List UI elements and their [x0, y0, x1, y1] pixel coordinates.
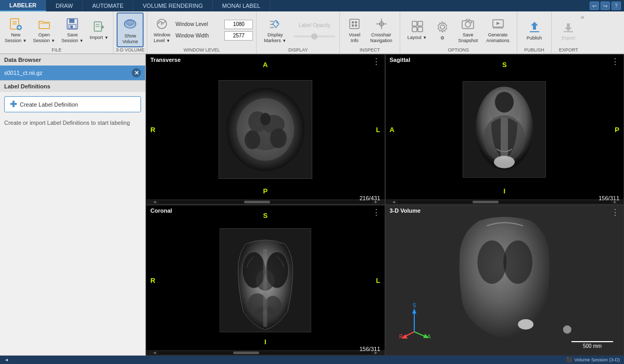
svg-text:R: R — [399, 334, 403, 340]
expand-button[interactable]: » — [581, 14, 584, 21]
label-opacity-slider-track[interactable] — [294, 35, 335, 37]
sagittal-counter: 156/311 — [598, 195, 619, 201]
open-session-button[interactable]: OpenSession ▼ — [30, 15, 57, 45]
generate-animations-label: GenerateAnimations — [486, 32, 510, 44]
sagittal-viewport[interactable]: Sagittal ⋮ S I A P — [385, 54, 625, 205]
window-level-row: Window Level — [175, 20, 253, 29]
help-button[interactable]: ? — [612, 2, 621, 10]
open-session-label: OpenSession ▼ — [33, 32, 55, 44]
plus-icon: ✚ — [10, 99, 17, 109]
coronal-menu[interactable]: ⋮ — [372, 207, 380, 217]
expand-left-icon[interactable]: ◄ — [4, 357, 9, 362]
save-session-button[interactable]: SaveSession ▼ — [59, 15, 86, 45]
new-session-icon — [8, 17, 23, 31]
sagittal-dir-right: P — [615, 126, 619, 134]
svg-point-59 — [494, 156, 515, 168]
svg-rect-26 — [352, 24, 354, 27]
scale-bar: 500 mm — [571, 341, 613, 349]
settings-label: ⚙ — [440, 35, 444, 41]
svg-marker-40 — [496, 22, 500, 25]
status-text: Volume Session (3-D) — [574, 357, 620, 362]
import-label: Import ▼ — [90, 35, 108, 41]
svg-rect-32 — [418, 21, 423, 26]
window-level-button[interactable]: WindowLevel ▼ — [150, 15, 173, 46]
svg-rect-25 — [355, 21, 357, 23]
window-level-section-label: WINDOW LEVEL — [147, 47, 256, 53]
nav-tab-labeler[interactable]: LABELER — [0, 0, 46, 11]
svg-point-18 — [161, 23, 163, 25]
transverse-viewport[interactable]: Transverse ⋮ A P R L — [146, 54, 385, 205]
save-snapshot-button[interactable]: SaveSnapshot — [455, 15, 481, 46]
axis-overlay: S R A — [396, 303, 432, 340]
transverse-dir-bottom: P — [263, 187, 268, 195]
coronal-viewport[interactable]: Coronal ⋮ S I R L — [146, 205, 385, 356]
voxel-info-icon — [347, 17, 362, 31]
gear-icon — [435, 20, 450, 34]
window-level-label: Window Level — [175, 21, 222, 27]
generate-animations-button[interactable]: GenerateAnimations — [483, 15, 513, 46]
export-button[interactable]: Export — [556, 18, 581, 43]
window-level-input[interactable] — [224, 20, 253, 29]
show-volume-icon — [122, 16, 138, 32]
options-section-label: OPTIONS — [400, 47, 517, 53]
sagittal-dir-bottom: I — [503, 187, 505, 195]
window-width-row: Window Width — [175, 31, 253, 41]
svg-rect-27 — [355, 24, 357, 27]
publish-button[interactable]: Publish — [521, 18, 547, 43]
svg-point-37 — [465, 22, 470, 27]
nav-tab-monai-label[interactable]: MONAI LABEL — [213, 0, 270, 11]
empty-label-text: Create or import Label Definitions to st… — [0, 116, 145, 130]
sagittal-dir-top: S — [502, 61, 507, 69]
scroll-left-arrow-cor[interactable]: ◄ — [152, 350, 157, 355]
layout-button[interactable]: Layout ▼ — [404, 17, 430, 43]
volume-3d-menu[interactable]: ⋮ — [611, 207, 619, 217]
svg-point-22 — [276, 21, 278, 23]
label-opacity-thumb[interactable] — [311, 33, 317, 40]
display-markers-button[interactable]: DisplayMarkers ▼ — [261, 15, 289, 46]
window-width-input[interactable] — [224, 31, 253, 41]
coronal-dir-right: L — [376, 277, 380, 284]
nav-tab-automate[interactable]: AUTOMATE — [83, 0, 133, 11]
svg-point-57 — [495, 92, 514, 113]
coronal-counter: 156/311 — [360, 346, 380, 352]
svg-point-69 — [477, 240, 506, 284]
svg-marker-74 — [412, 308, 416, 314]
redo-button[interactable]: ↪ — [601, 2, 610, 10]
data-browser-title: Data Browser — [0, 54, 145, 66]
create-label-definition-button[interactable]: ✚ Create Label Definition — [4, 96, 141, 112]
crosshair-navigation-button[interactable]: CrosshairNavigation — [367, 15, 396, 46]
label-definitions-title: Label Definitions — [0, 81, 145, 92]
new-session-button[interactable]: NewSession ▼ — [2, 15, 29, 45]
volume-3d-viewport[interactable]: 3-D Volume ⋮ — [385, 205, 625, 356]
settings-button[interactable]: ⚙ — [432, 18, 453, 43]
save-session-label: SaveSession ▼ — [61, 32, 83, 44]
open-session-icon — [37, 17, 52, 31]
scroll-left-arrow[interactable]: ◄ — [152, 200, 157, 204]
save-session-icon — [65, 17, 80, 31]
svg-point-71 — [518, 319, 533, 330]
nav-tab-draw[interactable]: DRAW — [46, 0, 83, 11]
scroll-left-arrow-sag[interactable]: ◄ — [392, 200, 396, 204]
voxel-info-button[interactable]: VoxelInfo — [344, 15, 365, 46]
volume-session-icon: ⬛ — [566, 357, 572, 362]
show-volume-button[interactable]: ShowVolume — [117, 12, 144, 48]
file-item[interactable]: s0011_ct.nii.gz ✕ — [0, 66, 145, 80]
svg-point-50 — [245, 131, 260, 149]
transverse-dir-right: L — [376, 126, 380, 134]
coronal-dir-top: S — [263, 212, 268, 219]
volume-section-label: 3-D VOLUME — [113, 47, 147, 53]
export-section-label: EXPORT — [552, 47, 585, 53]
remove-file-icon[interactable]: ✕ — [132, 68, 141, 77]
svg-point-72 — [563, 326, 571, 334]
import-button[interactable]: Import ▼ — [87, 18, 111, 42]
sagittal-menu[interactable]: ⋮ — [611, 57, 619, 67]
coronal-label: Coronal — [150, 207, 172, 214]
nav-tab-volume-rendering[interactable]: VOLUME RENDERING — [133, 0, 213, 11]
animations-icon — [491, 17, 505, 31]
crosshair-navigation-label: CrosshairNavigation — [370, 32, 392, 44]
transverse-counter: 216/431 — [360, 195, 380, 201]
svg-point-51 — [270, 128, 287, 148]
svg-rect-31 — [412, 21, 417, 26]
transverse-menu[interactable]: ⋮ — [372, 57, 380, 67]
undo-button[interactable]: ↩ — [590, 2, 599, 10]
